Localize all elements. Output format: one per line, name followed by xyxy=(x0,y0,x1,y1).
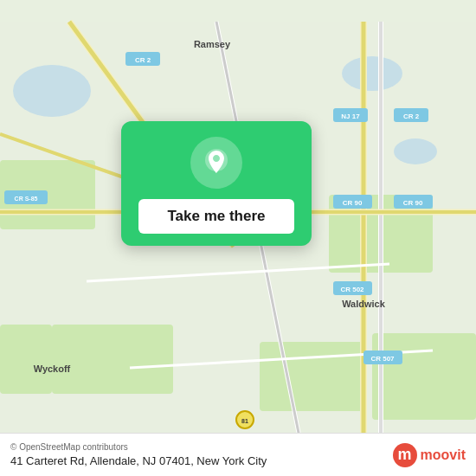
svg-text:Wyckoff: Wyckoff xyxy=(34,363,71,374)
location-pin-icon xyxy=(201,147,232,178)
svg-text:CR 2: CR 2 xyxy=(403,113,420,120)
bottom-bar: © OpenStreetMap contributors 41 Carteret… xyxy=(0,433,476,476)
svg-text:Waldwick: Waldwick xyxy=(342,299,386,309)
bottom-info: © OpenStreetMap contributors 41 Carteret… xyxy=(10,442,267,467)
pin-icon-wrapper xyxy=(190,137,242,189)
svg-text:CR 502: CR 502 xyxy=(340,286,364,293)
svg-point-1 xyxy=(13,65,91,117)
svg-rect-9 xyxy=(0,325,52,394)
svg-text:CR 90: CR 90 xyxy=(343,199,363,207)
svg-rect-7 xyxy=(52,325,173,394)
svg-rect-10 xyxy=(372,333,476,420)
moovit-brand-name: moovit xyxy=(421,447,466,463)
svg-point-2 xyxy=(342,56,402,91)
svg-text:CR S-85: CR S-85 xyxy=(15,196,38,202)
moovit-logo: m moovit xyxy=(393,443,466,467)
svg-text:81: 81 xyxy=(241,418,248,424)
take-me-there-button[interactable]: Take me there xyxy=(138,199,294,234)
overlay-card: Take me there xyxy=(121,121,312,246)
osm-credit: © OpenStreetMap contributors xyxy=(10,442,267,452)
svg-text:CR 90: CR 90 xyxy=(403,199,423,207)
address-text: 41 Carteret Rd, Allendale, NJ 07401, New… xyxy=(10,454,267,467)
svg-text:CR 507: CR 507 xyxy=(370,355,395,363)
svg-rect-8 xyxy=(260,342,363,411)
svg-text:CR 2: CR 2 xyxy=(135,56,151,64)
svg-text:Ramsey: Ramsey xyxy=(194,39,231,49)
svg-text:NJ 17: NJ 17 xyxy=(341,113,360,120)
svg-point-4 xyxy=(394,138,437,164)
moovit-initial: m xyxy=(393,443,417,467)
map-container: S NJ 17 CR 90 CR 90 CR S-85 CR 502 CR 50… xyxy=(0,0,476,476)
